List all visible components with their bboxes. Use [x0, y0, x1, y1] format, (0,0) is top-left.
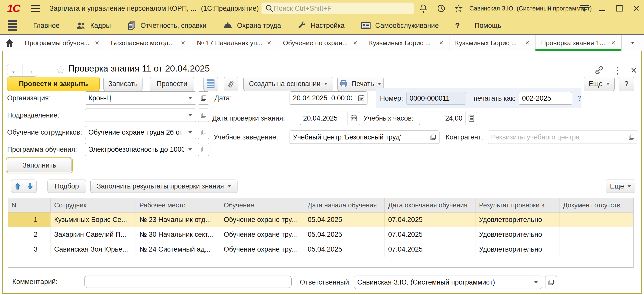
tab-close-icon[interactable]: × — [610, 39, 617, 47]
pick-button[interactable]: Подбор — [47, 180, 86, 193]
org-label: Организация: — [7, 91, 51, 105]
move-down-button[interactable] — [24, 180, 36, 193]
tab-close-icon[interactable]: × — [93, 39, 101, 47]
menu-item-glavnoe[interactable]: Главное — [33, 22, 59, 30]
tab-close-icon[interactable]: × — [523, 39, 531, 47]
column-header-result[interactable]: Результат проверки з... — [475, 198, 559, 212]
kebab-menu-icon[interactable]: ⋮ — [612, 64, 624, 76]
tab-close-icon[interactable]: × — [437, 39, 445, 47]
training-combo[interactable]: Обучение охране труда 26 от 0 — [85, 126, 196, 139]
help-button[interactable]: ? — [619, 77, 634, 91]
tab-home[interactable] — [0, 35, 19, 51]
menu-item-kadry[interactable]: Кадры — [76, 21, 111, 30]
column-header-date-end[interactable]: Дата окончания обучения — [385, 198, 475, 212]
create-based-on-button[interactable]: Создать на основании — [243, 77, 333, 91]
maximize-button[interactable] — [612, 0, 627, 17]
responsible-open-button[interactable] — [545, 276, 557, 289]
org-open-button[interactable] — [198, 91, 209, 105]
close-window-button[interactable]: × — [629, 0, 643, 17]
back-button[interactable]: ← — [7, 64, 22, 76]
forward-button[interactable]: → — [22, 64, 37, 76]
tab-close-icon[interactable]: × — [179, 39, 187, 47]
calculator-icon[interactable] — [466, 112, 477, 125]
dropdown-arrow-icon[interactable] — [184, 126, 196, 139]
get-link-icon[interactable] — [593, 64, 605, 76]
training-open-button[interactable] — [198, 126, 209, 139]
search-input[interactable] — [274, 5, 410, 13]
open-windows-tabbar: Программы обучен... × Безопасные метод..… — [0, 34, 644, 51]
tab-proverka-znaniya[interactable]: Проверка знания 1... × — [535, 35, 622, 51]
menu-item-pomosch[interactable]: ? Помощь — [455, 21, 501, 30]
column-header-workplace[interactable]: Рабочее место — [136, 198, 220, 212]
print-as-field[interactable] — [519, 92, 572, 105]
hours-field[interactable] — [419, 112, 477, 125]
grid-more-button[interactable]: Еще — [606, 180, 635, 193]
sections-panel-button[interactable] — [8, 20, 17, 31]
favorites-icon[interactable]: ☆ — [453, 3, 464, 14]
tab-label: Обучение по охран... — [283, 39, 351, 47]
column-header-date-start[interactable]: Дата начала обучения — [304, 198, 385, 212]
minimize-button[interactable] — [595, 0, 609, 17]
service-menu-icon[interactable] — [579, 4, 590, 14]
move-up-button[interactable] — [11, 180, 24, 193]
org-combo[interactable]: Крон-Ц — [85, 91, 196, 105]
post-button[interactable]: Провести — [150, 77, 194, 91]
current-user[interactable]: Савинская З.Ю. (Системный программист) — [469, 0, 592, 17]
history-icon[interactable] — [436, 3, 447, 14]
favorite-star-icon[interactable]: ☆ — [55, 63, 65, 76]
toolbar-more-button[interactable]: Еще — [584, 77, 615, 91]
column-header-n[interactable]: N — [8, 198, 51, 212]
dept-combo[interactable] — [85, 109, 196, 122]
attachments-button[interactable] — [224, 77, 238, 91]
print-as-help-link[interactable]: ? — [577, 94, 581, 102]
program-combo[interactable]: Электробезопасность до 1000В — [85, 143, 196, 156]
tab-kuzminyh-1[interactable]: Кузьминых Борис ... × — [363, 35, 449, 51]
table-row[interactable]: 2 Захаркин Савелий П... № 30 Начальник с… — [8, 227, 633, 242]
column-header-employee[interactable]: Сотрудник — [51, 198, 136, 212]
table-row[interactable]: 3 Савинская Зоя Юрье... № 24 Системный а… — [8, 242, 633, 257]
global-search[interactable] — [261, 3, 414, 14]
menu-item-samoobsluzhivanie[interactable]: Самообслуживание — [361, 21, 439, 30]
tab-close-icon[interactable]: × — [351, 39, 359, 47]
school-open-button[interactable] — [427, 131, 439, 144]
tab-programmy-obucheniya[interactable]: Программы обучен... × — [19, 35, 105, 51]
table-row[interactable]: 1 Кузьминых Борис Се... № 23 Начальник о… — [8, 213, 633, 227]
tab-bezopasnye-metody[interactable]: Безопасные метод... × — [105, 35, 191, 51]
program-open-button[interactable] — [198, 143, 209, 156]
responsible-combo[interactable]: Савинская З.Ю. (Системный программист) — [354, 276, 542, 289]
tab-17-nachalnik[interactable]: № 17 Начальник уп... × — [191, 35, 277, 51]
menu-item-label: Настройка — [311, 22, 344, 30]
dropdown-arrow-icon[interactable] — [184, 109, 196, 122]
menu-item-ohrana-truda[interactable]: Охрана труда — [223, 21, 281, 30]
comment-input[interactable] — [84, 276, 292, 288]
calendar-icon[interactable] — [348, 112, 360, 125]
dropdown-arrow-icon[interactable] — [184, 143, 196, 156]
fill-button[interactable]: Заполнить — [7, 158, 72, 172]
post-and-close-button[interactable]: Провести и закрыть — [7, 77, 100, 91]
tab-overflow-button[interactable] — [622, 35, 644, 51]
dept-open-button[interactable] — [198, 109, 209, 122]
menu-item-otchetnost[interactable]: Отчетность, справки — [127, 21, 206, 30]
counterparty-open-button[interactable] — [625, 131, 638, 144]
form-splitter[interactable] — [210, 89, 210, 158]
column-header-absence-doc[interactable]: Документ отсутств... — [559, 198, 634, 212]
check-date-field[interactable] — [300, 112, 360, 125]
column-header-training[interactable]: Обучение — [220, 198, 304, 212]
menu-item-nastroyka[interactable]: Настройка — [297, 21, 344, 30]
tab-close-icon[interactable]: × — [265, 39, 273, 47]
table-header-row: N Сотрудник Рабочее место Обучение Дата … — [8, 198, 633, 213]
main-menu-icon[interactable] — [31, 5, 40, 12]
tab-kuzminyh-2[interactable]: Кузьминых Борис ... × — [449, 35, 535, 51]
date-field[interactable] — [290, 91, 367, 105]
fill-results-button[interactable]: Заполнить результаты проверки знания — [90, 180, 237, 193]
calendar-icon[interactable] — [355, 92, 367, 104]
notifications-icon[interactable] — [418, 3, 429, 14]
dropdown-arrow-icon[interactable] — [184, 92, 196, 104]
show-movements-button[interactable] — [203, 77, 218, 91]
close-document-icon[interactable]: × — [628, 64, 640, 76]
tab-obuchenie-po-ohrane[interactable]: Обучение по охран... × — [277, 35, 363, 51]
write-button[interactable]: Записать — [103, 77, 142, 91]
dropdown-arrow-icon[interactable] — [530, 276, 542, 289]
school-field[interactable] — [290, 131, 439, 144]
counterparty-field[interactable] — [488, 131, 638, 144]
